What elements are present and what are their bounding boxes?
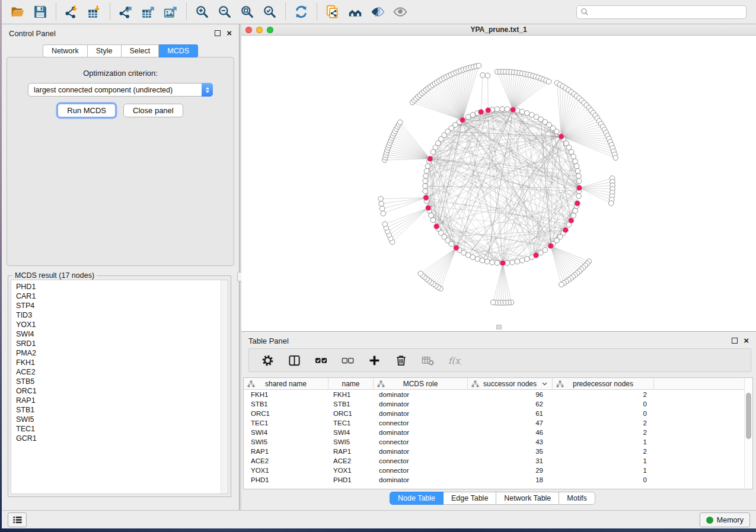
zoom-in-button[interactable] (191, 2, 213, 21)
table-row[interactable]: YOX1YOX1connector291 (244, 466, 745, 475)
save-session-icon (33, 4, 48, 20)
table-row[interactable]: RAP1RAP1dominator352 (244, 447, 745, 456)
search-input[interactable] (589, 7, 742, 18)
table-cell: 29 (468, 466, 553, 475)
float-window-icon[interactable] (215, 30, 221, 36)
save-session-button[interactable] (29, 2, 52, 21)
mcds-result-item[interactable]: FKH1 (16, 358, 228, 367)
delete-column-button[interactable] (392, 351, 410, 369)
table-close-panel-icon[interactable]: × (744, 338, 749, 344)
mcds-result-item[interactable]: STB1 (16, 405, 228, 415)
mcds-list-scrollbar[interactable] (221, 280, 228, 493)
mcds-result-item[interactable]: STP4 (16, 301, 228, 310)
search-field[interactable] (576, 5, 747, 19)
table-cell: SWI5 (328, 437, 374, 447)
clone-network-button[interactable] (321, 2, 344, 21)
mcds-result-item[interactable]: SWI4 (16, 329, 228, 339)
tab-network-table[interactable]: Network Table (496, 492, 559, 505)
table-row[interactable]: STB1STB1dominator620 (244, 399, 745, 409)
mcds-result-item[interactable]: GCR1 (16, 434, 228, 443)
mcds-result-item[interactable]: SWI5 (16, 415, 228, 424)
mcds-result-item[interactable]: ACE2 (16, 367, 228, 377)
table-row[interactable]: TEC1TEC1connector472 (244, 418, 745, 428)
mcds-result-item[interactable]: RAP1 (16, 396, 228, 405)
deselect-all-columns-button[interactable] (339, 351, 356, 369)
table-row[interactable]: ORC1ORC1dominator610 (244, 409, 745, 418)
table-cell: 46 (468, 428, 553, 437)
table-float-window-icon[interactable] (732, 338, 738, 344)
tab-mcds[interactable]: MCDS (159, 44, 198, 57)
optimization-criterion-dropdown[interactable]: largest connected component (undirected) (28, 83, 213, 97)
column-header-successor-nodes[interactable]: successor nodes (468, 378, 553, 389)
export-table-button[interactable] (137, 2, 160, 21)
column-header-name[interactable]: name (328, 378, 374, 389)
import-network-button[interactable] (60, 2, 83, 21)
tab-select[interactable]: Select (122, 44, 160, 57)
mcds-result-list[interactable]: PHD1CAR1STP4TID3YOX1SWI4SRD1PMA2FKH1ACE2… (11, 280, 228, 494)
table-cell: 1 (553, 437, 654, 447)
zoom-out-button[interactable] (213, 2, 236, 21)
export-image-button[interactable] (160, 2, 182, 21)
deselect-all-columns-icon (341, 354, 355, 367)
table-header-row: shared namenameMCDS rolesuccessor nodesp… (244, 378, 745, 390)
table-settings-button[interactable] (259, 351, 276, 369)
select-all-columns-button[interactable] (312, 351, 330, 369)
add-column-button[interactable] (365, 351, 383, 369)
run-mcds-button[interactable]: Run MCDS (58, 104, 116, 117)
column-header-MCDS-role[interactable]: MCDS role (374, 378, 468, 389)
close-panel-button[interactable]: Close panel (123, 104, 183, 117)
mcds-result-item[interactable]: ORC1 (16, 386, 228, 396)
mcds-result-item[interactable]: YOX1 (16, 320, 228, 329)
dropdown-stepper-icon (202, 83, 213, 97)
tab-node-table[interactable]: Node Table (390, 492, 444, 505)
table-toolbar: f(x) (248, 348, 751, 372)
mcds-result-item[interactable]: STB5 (16, 377, 228, 386)
table-row[interactable]: ACE2ACE2connector311 (244, 456, 745, 466)
zoom-fit-button[interactable] (236, 2, 259, 21)
table-row[interactable]: PHD1PHD1dominator180 (244, 475, 745, 485)
open-file-button[interactable] (7, 2, 29, 21)
network-graph[interactable] (241, 36, 756, 332)
mcds-result-item[interactable]: TEC1 (16, 424, 228, 434)
table-cell-filler (654, 399, 745, 409)
export-network-button[interactable] (114, 2, 137, 21)
memory-label: Memory (717, 516, 744, 524)
tab-network[interactable]: Network (43, 44, 88, 57)
table-row[interactable]: SWI5SWI5connector431 (244, 437, 745, 447)
search-icon (580, 8, 589, 16)
network-canvas[interactable] (241, 36, 756, 331)
search-window-button[interactable] (344, 2, 366, 21)
tab-style[interactable]: Style (88, 44, 122, 57)
column-header-predecessor-nodes[interactable]: predecessor nodes (553, 378, 654, 389)
zoom-selected-button[interactable] (259, 2, 281, 21)
mcds-result-item[interactable]: TID3 (16, 310, 228, 320)
close-panel-icon[interactable]: × (227, 30, 232, 36)
table-row[interactable]: SWI4SWI4dominator462 (244, 428, 745, 437)
tab-edge-table[interactable]: Edge Table (444, 492, 496, 505)
show-columns-button[interactable] (285, 351, 303, 369)
column-header-shared-name[interactable]: shared name (244, 378, 328, 389)
table-cell: RAP1 (244, 447, 328, 456)
mcds-result-item[interactable]: CAR1 (16, 291, 228, 301)
table-cell-filler (654, 418, 745, 428)
mcds-result-item[interactable]: SRD1 (16, 339, 228, 348)
export-image-icon (163, 4, 178, 20)
show-hide-panels-button[interactable] (366, 2, 389, 21)
table-row[interactable]: FKH1FKH1dominator962 (244, 390, 745, 399)
mcds-result-item[interactable]: PMA2 (16, 348, 228, 358)
horizontal-splitter-grip[interactable] (496, 325, 502, 329)
table-cell: 2 (553, 447, 654, 456)
table-scrollbar[interactable] (744, 379, 752, 488)
right-column: YPA_prune.txt_1 Table Panel × f(x) share… (241, 24, 756, 510)
refresh-button[interactable] (290, 2, 312, 21)
memory-button[interactable]: Memory (700, 512, 750, 527)
table-cell: 61 (468, 409, 553, 418)
export-network-icon (118, 4, 133, 20)
tab-motifs[interactable]: Motifs (559, 492, 595, 505)
table-cell: dominator (374, 475, 468, 485)
mcds-result-item[interactable]: PHD1 (16, 282, 228, 291)
table-cell: 0 (553, 409, 654, 418)
table-scrollbar-thumb[interactable] (746, 393, 751, 439)
task-history-button[interactable] (8, 512, 27, 527)
import-table-button[interactable] (83, 2, 106, 21)
